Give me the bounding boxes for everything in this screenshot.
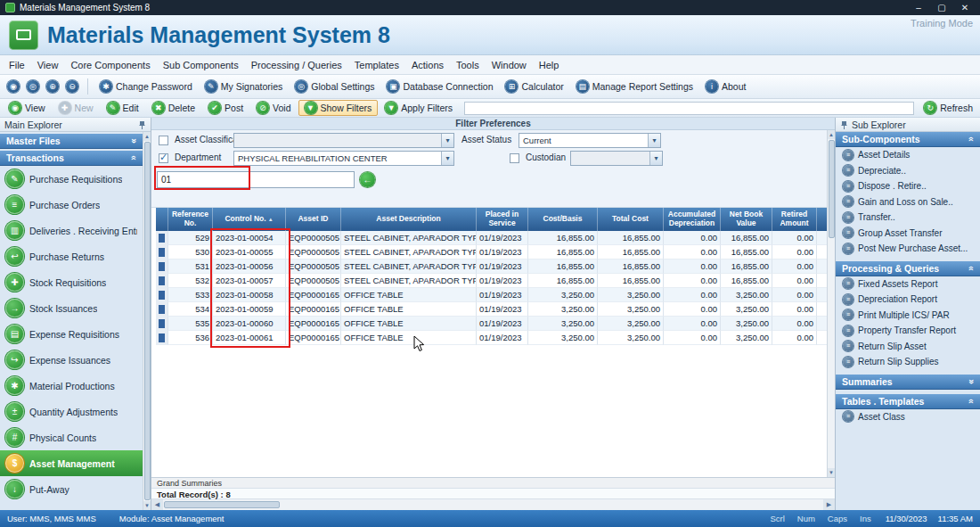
- quick-user-account-button[interactable]: ◎: [24, 78, 42, 95]
- scroll-right-icon[interactable]: ▶: [823, 499, 835, 510]
- menu-item-actions[interactable]: Actions: [405, 57, 450, 73]
- sidebar-item-stock-issuances[interactable]: →Stock Issuances: [0, 295, 143, 321]
- column-header-asset-id[interactable]: Asset ID: [286, 208, 341, 231]
- asset-classification-dropdown[interactable]: ▾: [233, 133, 454, 148]
- toolbar-button-void[interactable]: ⊘Void: [250, 100, 297, 116]
- sidebar-item-deliveries-receiving-entries[interactable]: ▥Deliveries . Receiving Entries: [0, 218, 143, 243]
- toolbar-button-view[interactable]: ◉View: [3, 100, 52, 116]
- grid-row[interactable]: 5352023-01-00060EQP0000165OFFICE TABLE01…: [156, 317, 835, 331]
- sidebar-item-purchase-orders[interactable]: ≡Purchase Orders: [0, 192, 143, 218]
- search-input[interactable]: [157, 171, 355, 188]
- quick-connection-button[interactable]: ◉: [4, 78, 22, 95]
- toolbar-button-apply-filters[interactable]: ▼Apply Filters: [379, 100, 459, 116]
- horizontal-scrollbar[interactable]: ◀ ▶: [151, 499, 835, 510]
- sub-item-asset-details[interactable]: ≡Asset Details: [836, 147, 980, 163]
- grid-row[interactable]: 5362023-01-00061EQP0000165OFFICE TABLE01…: [156, 331, 835, 345]
- main-explorer-scrollbar[interactable]: ▲ ▼: [143, 132, 151, 510]
- column-header-control-no[interactable]: Control No.▲: [213, 208, 286, 231]
- toolbar-button-post[interactable]: ✔Post: [202, 100, 249, 116]
- section-header-processing-queries[interactable]: Processing & Queries»: [836, 261, 980, 276]
- sub-item-group-asset-transfer[interactable]: ≡Group Asset Transfer: [836, 226, 980, 242]
- toolbar-button-about[interactable]: iAbout: [700, 78, 751, 95]
- toolbar-button-my-signatories[interactable]: ✎My Signatories: [200, 78, 288, 95]
- maximize-button[interactable]: ▢: [930, 3, 953, 12]
- sidebar-item-asset-management[interactable]: $Asset Management: [0, 450, 143, 476]
- column-header-total-cost[interactable]: Total Cost: [598, 208, 664, 231]
- grid-vertical-scrollbar[interactable]: ▲ ▼: [827, 130, 835, 477]
- sub-item-post-new-purchase-asset[interactable]: ≡Post New Purchase Asset...: [836, 241, 980, 257]
- scroll-up-icon[interactable]: ▲: [828, 130, 835, 139]
- sub-item-fixed-assets-report[interactable]: ≡Fixed Assets Report: [836, 276, 980, 292]
- search-apply-button[interactable]: ←: [360, 172, 375, 187]
- sidebar-item-expense-issuances[interactable]: ↪Expense Issuances: [0, 347, 143, 373]
- grid-row[interactable]: 5322023-01-00057EQP0000505STEEL CABINET,…: [156, 274, 835, 288]
- chevron-down-icon[interactable]: ▾: [648, 134, 660, 147]
- toolbar-button-calculator[interactable]: ⊞Calculator: [500, 78, 568, 95]
- section-header-master-files[interactable]: Master Files»: [0, 134, 143, 149]
- grid-row[interactable]: 5312023-01-00056EQP0000505STEEL CABINET,…: [156, 259, 835, 274]
- section-header-summaries[interactable]: Summaries»: [836, 375, 980, 390]
- menu-item-templates[interactable]: Templates: [348, 57, 405, 73]
- menu-item-file[interactable]: File: [3, 57, 31, 73]
- sidebar-item-stock-requisitions[interactable]: ✚Stock Requisitions: [0, 269, 143, 295]
- menu-item-view[interactable]: View: [31, 57, 65, 73]
- sub-item-dispose-retire[interactable]: ≡Dispose . Retire..: [836, 178, 980, 194]
- menu-item-window[interactable]: Window: [486, 57, 533, 73]
- toolbar-button-edit[interactable]: ✎Edit: [101, 100, 145, 116]
- section-header-tables-templates[interactable]: Tables . Templates»: [836, 394, 980, 409]
- column-header-cost-basis[interactable]: Cost/Basis: [528, 208, 598, 231]
- sidebar-item-purchase-requisitions[interactable]: ✎Purchase Requisitions: [0, 166, 143, 192]
- scroll-down-icon[interactable]: ▼: [143, 501, 151, 510]
- asset-status-dropdown[interactable]: Current ▾: [519, 133, 661, 148]
- menu-item-core-components[interactable]: Core Components: [64, 57, 156, 73]
- department-dropdown[interactable]: PHYSICAL REHABILITATION CENTER ▾: [233, 151, 454, 166]
- toolbar-button-new[interactable]: ✚New: [53, 100, 100, 116]
- sub-item-depreciation-report[interactable]: ≡Depreciation Report: [836, 292, 980, 308]
- toolbar-button-manage-report-settings[interactable]: ▤Manage Report Settings: [571, 78, 698, 95]
- quick-add-connection-button[interactable]: ⊕: [44, 78, 61, 95]
- sidebar-item-put-away[interactable]: ↓Put-Away: [0, 476, 143, 502]
- scroll-thumb[interactable]: [829, 140, 835, 238]
- sub-item-print-multiple-ics-par[interactable]: ≡Print Multiple ICS/ PAR: [836, 308, 980, 324]
- sub-item-gain-and-loss-on-sale[interactable]: ≡Gain and Loss on Sale..: [836, 194, 980, 210]
- sidebar-item-material-productions[interactable]: ✱Material Productions: [0, 373, 143, 399]
- quick-remove-connection-button[interactable]: ⊖: [63, 78, 81, 95]
- scroll-up-icon[interactable]: ▲: [143, 132, 151, 141]
- grid-row[interactable]: 5332023-01-00058EQP0000165OFFICE TABLE01…: [156, 288, 835, 302]
- sidebar-item-expense-requisitions[interactable]: ▤Expense Requisitions: [0, 321, 143, 347]
- grid-row[interactable]: 5342023-01-00059EQP0000165OFFICE TABLE01…: [156, 302, 835, 317]
- toolbar-filter-textbox[interactable]: [464, 102, 914, 115]
- minimize-button[interactable]: –: [907, 3, 930, 12]
- close-button[interactable]: ✕: [953, 3, 976, 12]
- toolbar-button-database-connection[interactable]: ▣Database Connection: [381, 78, 498, 95]
- refresh-button[interactable]: ↻ Refresh: [919, 101, 977, 115]
- section-header-sub-components[interactable]: Sub-Components»: [836, 132, 980, 147]
- sidebar-item-purchase-returns[interactable]: ↩Purchase Returns: [0, 243, 143, 269]
- chevron-down-icon[interactable]: ▾: [441, 152, 453, 165]
- toolbar-button-show-filters[interactable]: ▼Show Filters: [298, 100, 379, 116]
- sidebar-item-physical-counts[interactable]: #Physical Counts: [0, 424, 143, 450]
- column-header-reference-no[interactable]: Reference No.: [168, 208, 213, 231]
- asset-classification-checkbox[interactable]: [159, 136, 168, 145]
- scroll-thumb[interactable]: [144, 142, 151, 500]
- pin-icon[interactable]: [138, 120, 146, 129]
- menu-item-processing-queries[interactable]: Processing / Queries: [245, 57, 348, 73]
- sub-item-asset-class[interactable]: ≡Asset Class: [836, 409, 980, 425]
- scroll-thumb[interactable]: [164, 501, 280, 508]
- column-header-asset-description[interactable]: Asset Description: [341, 208, 477, 231]
- custodian-checkbox[interactable]: [510, 153, 519, 163]
- pin-icon[interactable]: [840, 120, 848, 129]
- column-header-retired-amount[interactable]: Retired Amount: [772, 208, 817, 231]
- sub-item-return-slip-asset[interactable]: ≡Return Slip Asset: [836, 339, 980, 355]
- grid-row[interactable]: 5302023-01-00055EQP0000505STEEL CABINET,…: [156, 245, 835, 259]
- menu-item-help[interactable]: Help: [533, 57, 566, 73]
- sidebar-item-quantity-adjustments[interactable]: ±Quantity Adjustments: [0, 399, 143, 424]
- menu-item-sub-components[interactable]: Sub Components: [157, 57, 245, 73]
- column-header-placed-in-service[interactable]: Placed in Service: [477, 208, 528, 231]
- sub-item-property-transfer-report[interactable]: ≡Property Transfer Report: [836, 323, 980, 339]
- toolbar-button-change-password[interactable]: ✱Change Password: [94, 78, 198, 95]
- menu-item-tools[interactable]: Tools: [450, 57, 486, 73]
- custodian-dropdown[interactable]: ▾: [570, 151, 663, 166]
- section-header-transactions[interactable]: Transactions»: [0, 151, 143, 166]
- department-checkbox[interactable]: [159, 153, 168, 163]
